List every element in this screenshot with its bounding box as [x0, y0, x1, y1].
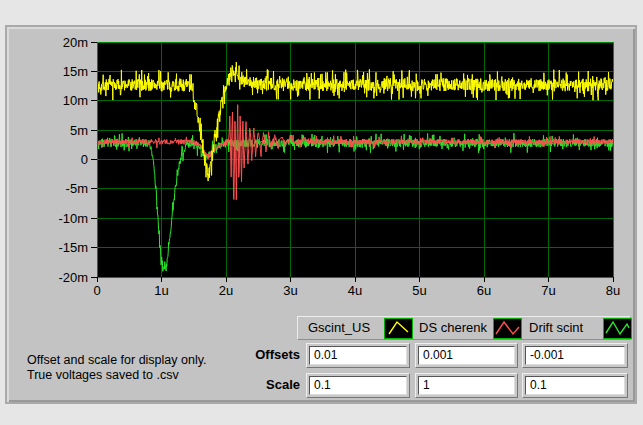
- note-line-2: True voltages saved to .csv: [27, 368, 207, 383]
- x-axis-label: 6u: [477, 283, 491, 298]
- gscint-us-plot-icon[interactable]: [384, 318, 413, 339]
- offset-value-gscint-us[interactable]: 0.01: [309, 346, 407, 365]
- x-axis-label: 3u: [283, 283, 297, 298]
- ds-cherenk-plot-icon[interactable]: [493, 318, 522, 339]
- offset-input-drift-scint[interactable]: -0.001: [522, 343, 628, 368]
- offset-value-drift-scint[interactable]: -0.001: [525, 346, 625, 365]
- scale-value-ds-cherenk[interactable]: 1: [418, 376, 515, 395]
- legend-label-ds-cherenk[interactable]: DS cherenk: [419, 317, 487, 339]
- x-axis-label: 2u: [219, 283, 233, 298]
- x-axis-label: 4u: [348, 283, 362, 298]
- legend-label-gscint-us[interactable]: Gscint_US: [308, 317, 370, 339]
- y-axis-label: 5m: [70, 123, 88, 138]
- plot-legend: Gscint_US DS cherenk Drift scint: [297, 316, 631, 340]
- scale-input-gscint-us[interactable]: 0.1: [306, 373, 410, 398]
- front-panel-window: 20m15m10m5m0-5m-10m-15m-20m01u2u3u4u5u6u…: [0, 0, 643, 425]
- x-axis-label: 8u: [606, 283, 620, 298]
- scale-input-drift-scint[interactable]: 0.1: [522, 373, 628, 398]
- offset-input-ds-cherenk[interactable]: 0.001: [415, 343, 518, 368]
- scale-value-drift-scint[interactable]: 0.1: [525, 376, 625, 395]
- x-axis-label: 1u: [154, 283, 168, 298]
- scale-value-gscint-us[interactable]: 0.1: [309, 376, 407, 395]
- waveform-graph: 20m15m10m5m0-5m-10m-15m-20m01u2u3u4u5u6u…: [35, 30, 633, 302]
- y-axis-label: 15m: [63, 64, 88, 79]
- main-panel: 20m15m10m5m0-5m-10m-15m-20m01u2u3u4u5u6u…: [5, 25, 637, 404]
- yellow-peak-glyph-icon: [389, 322, 408, 334]
- y-axis-label: 20m: [63, 35, 88, 50]
- x-axis-label: 5u: [412, 283, 426, 298]
- legend-label-drift-scint[interactable]: Drift scint: [529, 317, 583, 339]
- y-axis-label: -10m: [58, 211, 88, 226]
- note-text: Offset and scale for display only. True …: [27, 353, 207, 383]
- scale-label: Scale: [200, 377, 300, 392]
- offset-input-gscint-us[interactable]: 0.01: [306, 343, 410, 368]
- y-axis-label: 10m: [63, 93, 88, 108]
- drift-scint-plot-icon[interactable]: [603, 318, 632, 339]
- offset-value-ds-cherenk[interactable]: 0.001: [418, 346, 515, 365]
- y-axis-label: -20m: [58, 270, 88, 285]
- y-axis-label: 0: [81, 152, 88, 167]
- scale-input-ds-cherenk[interactable]: 1: [415, 373, 518, 398]
- x-axis-label: 7u: [541, 283, 555, 298]
- x-axis-label: 0: [93, 283, 100, 298]
- note-line-1: Offset and scale for display only.: [27, 353, 207, 368]
- y-axis-label: -5m: [66, 181, 88, 196]
- red-zigzag-glyph-icon: [496, 322, 519, 334]
- offsets-label: Offsets: [200, 347, 300, 362]
- y-axis-label: -15m: [58, 240, 88, 255]
- green-zigzag-glyph-icon: [606, 322, 629, 334]
